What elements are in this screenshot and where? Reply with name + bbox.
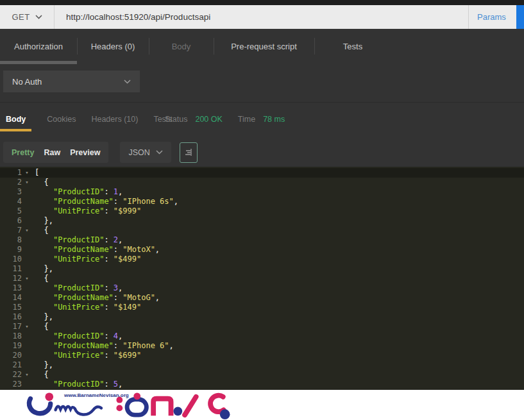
code-line: "ProductName": "IPhone 6", — [32, 341, 174, 351]
chevron-down-icon — [124, 80, 131, 84]
response-viewer-toolbar: Pretty Raw Preview JSON — [0, 138, 524, 167]
fold-caret-icon[interactable]: ▾ — [22, 274, 32, 283]
code-line: "UnitPrice": "$699" — [32, 351, 141, 360]
fold-spacer — [22, 332, 32, 341]
response-tab-body[interactable]: Body — [0, 115, 31, 131]
line-number: 3 — [0, 187, 22, 197]
code-line: "UnitPrice": "$149" — [32, 303, 141, 312]
raw-mode-button[interactable]: Raw — [44, 148, 60, 157]
fold-spacer — [22, 264, 32, 274]
line-gutter: 5 — [0, 206, 32, 216]
tab-pre-request-script[interactable]: Pre-request script — [214, 29, 314, 64]
status-label: Status — [165, 115, 187, 124]
line-gutter: 17▾ — [0, 322, 32, 332]
line-number: 14 — [0, 293, 22, 303]
fold-spacer — [22, 351, 32, 360]
fold-spacer — [22, 380, 32, 389]
fold-spacer — [22, 312, 32, 322]
response-status-group: Status 200 OK Time 78 ms — [165, 115, 285, 124]
wrap-text-icon — [183, 147, 193, 157]
tab-label: Headers (0) — [91, 42, 135, 51]
code-line: }, — [32, 360, 53, 370]
code-line-row: 17▾ { — [0, 322, 524, 332]
tab-headers[interactable]: Headers (0) — [77, 29, 149, 64]
code-line: "ProductName": "MotoG", — [32, 293, 160, 303]
line-gutter: 20 — [0, 351, 32, 360]
line-gutter: 23 — [0, 380, 32, 389]
fold-caret-icon[interactable]: ▾ — [22, 226, 32, 235]
fold-spacer — [22, 197, 32, 206]
line-gutter: 2▾ — [0, 178, 32, 187]
code-line-row: 23 "ProductID": 5, — [0, 380, 524, 389]
footer-logo-strip: www.BarnameNevisan.org — [0, 390, 524, 420]
tab-label: Body — [172, 42, 191, 51]
line-number: 2 — [0, 178, 22, 187]
params-button[interactable]: Params — [468, 5, 515, 29]
line-number: 22 — [0, 370, 22, 380]
chevron-down-icon — [35, 15, 42, 19]
code-line-row: 10 "UnitPrice": "$499" — [0, 255, 524, 264]
request-tabs: Authorization Headers (0) Body Pre-reque… — [0, 29, 524, 64]
line-number: 23 — [0, 380, 22, 389]
fold-spacer — [22, 360, 32, 370]
tab-label: Cookies — [47, 115, 76, 124]
fold-spacer — [22, 216, 32, 226]
pretty-mode-button[interactable]: Pretty — [12, 148, 34, 157]
tab-body[interactable]: Body — [149, 29, 214, 64]
response-tab-headers[interactable]: Headers (10) — [91, 115, 138, 131]
logo-url-text: www.BarnameNevisan.org — [64, 392, 129, 398]
line-gutter: 15 — [0, 303, 32, 312]
code-line: "ProductID": 2, — [32, 235, 123, 245]
fold-caret-icon[interactable]: ▾ — [22, 178, 32, 187]
line-gutter: 7▾ — [0, 226, 32, 235]
code-line-row: 5 "UnitPrice": "$999" — [0, 206, 524, 216]
tab-authorization[interactable]: Authorization — [0, 29, 77, 64]
fold-spacer — [22, 341, 32, 351]
line-number: 15 — [0, 303, 22, 312]
tab-label: Pre-request script — [231, 42, 297, 51]
line-number: 18 — [0, 332, 22, 341]
line-number: 5 — [0, 206, 22, 216]
code-area: 1▾[2▾ {3 "ProductID": 1,4 "ProductName":… — [0, 168, 524, 389]
time-badge: 78 ms — [263, 115, 285, 124]
code-line: { — [32, 370, 49, 380]
response-tab-cookies[interactable]: Cookies — [47, 115, 76, 131]
tab-tests[interactable]: Tests — [314, 29, 391, 64]
code-line-row: 22▾ { — [0, 370, 524, 380]
status-badge: 200 OK — [195, 115, 222, 124]
language-select[interactable]: JSON — [120, 142, 171, 163]
auth-type-select[interactable]: No Auth — [3, 71, 140, 92]
fold-caret-icon[interactable]: ▾ — [22, 168, 32, 178]
method-dropdown[interactable]: GET — [0, 5, 55, 29]
tab-label: Headers (10) — [91, 115, 138, 124]
code-line: "ProductID": 4, — [32, 332, 123, 341]
line-gutter: 6 — [0, 216, 32, 226]
line-number: 12 — [0, 274, 22, 283]
preview-mode-button[interactable]: Preview — [70, 148, 100, 157]
code-line: "UnitPrice": "$499" — [32, 255, 141, 264]
fold-caret-icon[interactable]: ▾ — [22, 322, 32, 332]
code-line: { — [32, 274, 49, 283]
fold-spacer — [22, 303, 32, 312]
code-line-row: 8 "ProductID": 2, — [0, 235, 524, 245]
code-line: "ProductID": 3, — [32, 283, 123, 293]
barnamenevisan-logo — [23, 391, 235, 420]
code-line-row: 14 "ProductName": "MotoG", — [0, 293, 524, 303]
line-gutter: 1▾ — [0, 168, 32, 178]
code-line-row: 9 "ProductName": "MotoX", — [0, 245, 524, 255]
line-gutter: 14 — [0, 293, 32, 303]
fold-spacer — [22, 293, 32, 303]
code-line-row: 21 }, — [0, 360, 524, 370]
url-input[interactable]: http://localhost:51920/api/Productsapi — [55, 12, 524, 22]
line-gutter: 10 — [0, 255, 32, 264]
wrap-text-button[interactable] — [180, 142, 198, 163]
code-line-row: 18 "ProductID": 4, — [0, 332, 524, 341]
response-body-editor[interactable]: 1▾[2▾ {3 "ProductID": 1,4 "ProductName":… — [0, 167, 524, 390]
line-gutter: 11 — [0, 264, 32, 274]
fold-caret-icon[interactable]: ▾ — [22, 370, 32, 380]
window-top-strip — [0, 0, 524, 5]
code-line: }, — [32, 264, 53, 274]
send-button[interactable]: Send — [516, 5, 524, 29]
time-label: Time — [238, 115, 255, 124]
line-number: 1 — [0, 168, 22, 178]
